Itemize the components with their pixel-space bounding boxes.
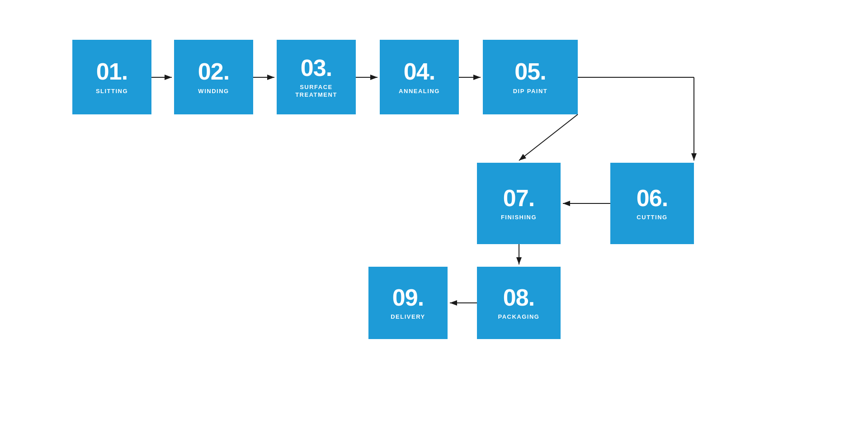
- step-08-label: PACKAGING: [498, 313, 540, 321]
- arrow-05-07: [519, 114, 578, 160]
- step-05-label: DIP PAINT: [513, 88, 548, 95]
- step-02: 02. WINDING: [174, 40, 253, 114]
- step-01-label: SLITTING: [96, 88, 128, 95]
- step-02-number: 02.: [198, 59, 229, 85]
- step-05: 05. DIP PAINT: [483, 40, 578, 114]
- step-09-number: 09.: [392, 285, 424, 311]
- step-03-number: 03.: [301, 55, 332, 81]
- step-08-number: 08.: [503, 285, 534, 311]
- step-04: 04. ANNEALING: [380, 40, 459, 114]
- step-04-label: ANNEALING: [399, 88, 440, 95]
- step-02-label: WINDING: [198, 88, 229, 95]
- step-01-number: 01.: [96, 59, 127, 85]
- step-05-number: 05.: [514, 59, 546, 85]
- step-07-number: 07.: [503, 185, 534, 211]
- step-03-label: SURFACE TREATMENT: [295, 84, 337, 99]
- step-01: 01. SLITTING: [72, 40, 151, 114]
- step-06-number: 06.: [637, 185, 668, 211]
- step-06: 06. CUTTING: [610, 163, 694, 244]
- step-09: 09. DELIVERY: [368, 267, 448, 339]
- process-diagram: 01. SLITTING 02. WINDING 03. SURFACE TRE…: [0, 0, 868, 434]
- step-06-label: CUTTING: [637, 214, 667, 222]
- step-07: 07. FINISHING: [477, 163, 561, 244]
- step-03: 03. SURFACE TREATMENT: [277, 40, 356, 114]
- step-07-label: FINISHING: [501, 214, 537, 222]
- step-09-label: DELIVERY: [391, 313, 425, 321]
- step-04-number: 04.: [404, 59, 435, 85]
- step-08: 08. PACKAGING: [477, 267, 561, 339]
